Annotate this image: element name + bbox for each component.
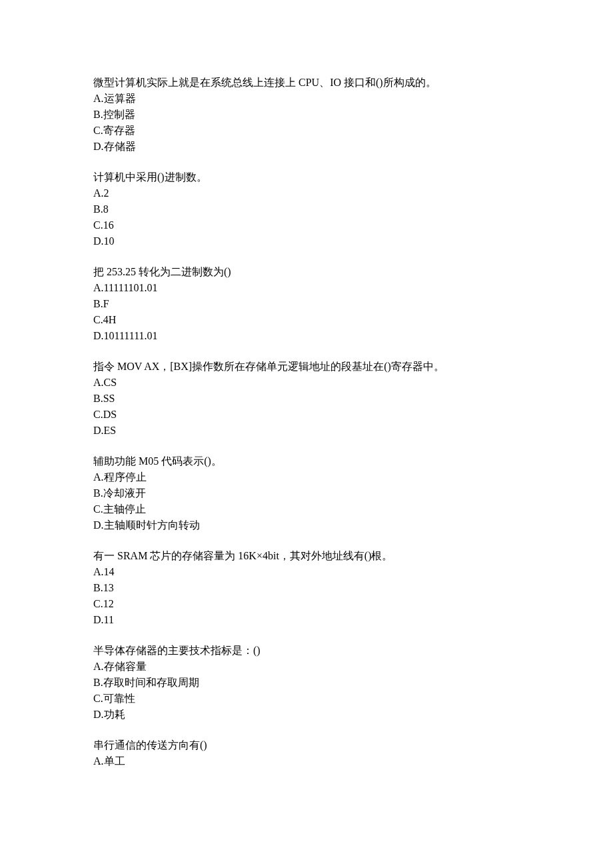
option-a: A.程序停止	[93, 469, 520, 485]
question-block: 辅助功能 M05 代码表示()。 A.程序停止 B.冷却液开 C.主轴停止 D.…	[93, 453, 520, 533]
question-block: 串行通信的传送方向有() A.单工	[93, 737, 520, 769]
option-c: C.寄存器	[93, 123, 520, 139]
question-block: 指令 MOV AX，[BX]操作数所在存储单元逻辑地址的段基址在()寄存器中。 …	[93, 359, 520, 439]
option-a: A.2	[93, 185, 520, 201]
option-b: B.13	[93, 580, 520, 596]
option-b: B.控制器	[93, 107, 520, 123]
option-d: D.10111111.01	[93, 328, 520, 344]
question-text: 串行通信的传送方向有()	[93, 737, 520, 753]
option-c: C.主轴停止	[93, 501, 520, 517]
question-text: 半导体存储器的主要技术指标是：()	[93, 643, 520, 659]
option-b: B.SS	[93, 391, 520, 407]
option-c: C.DS	[93, 407, 520, 423]
question-block: 把 253.25 转化为二进制数为() A.11111101.01 B.F C.…	[93, 264, 520, 344]
option-a: A.11111101.01	[93, 280, 520, 296]
option-d: D.11	[93, 612, 520, 628]
question-text: 微型计算机实际上就是在系统总线上连接上 CPU、IO 接口和()所构成的。	[93, 75, 520, 91]
option-b: B.存取时间和存取周期	[93, 675, 520, 691]
option-a: A.CS	[93, 375, 520, 391]
question-block: 微型计算机实际上就是在系统总线上连接上 CPU、IO 接口和()所构成的。 A.…	[93, 75, 520, 155]
option-a: A.存储容量	[93, 659, 520, 675]
option-c: C.4H	[93, 312, 520, 328]
question-text: 有一 SRAM 芯片的存储容量为 16K×4bit，其对外地址线有()根。	[93, 548, 520, 564]
question-block: 有一 SRAM 芯片的存储容量为 16K×4bit，其对外地址线有()根。 A.…	[93, 548, 520, 628]
option-b: B.F	[93, 296, 520, 312]
option-b: B.冷却液开	[93, 485, 520, 501]
option-a: A.运算器	[93, 91, 520, 107]
option-a: A.单工	[93, 753, 520, 769]
option-d: D.主轴顺时针方向转动	[93, 517, 520, 533]
option-c: C.可靠性	[93, 691, 520, 707]
question-block: 半导体存储器的主要技术指标是：() A.存储容量 B.存取时间和存取周期 C.可…	[93, 643, 520, 723]
question-text: 计算机中采用()进制数。	[93, 169, 520, 185]
question-text: 指令 MOV AX，[BX]操作数所在存储单元逻辑地址的段基址在()寄存器中。	[93, 359, 520, 375]
option-c: C.12	[93, 596, 520, 612]
question-text: 把 253.25 转化为二进制数为()	[93, 264, 520, 280]
option-a: A.14	[93, 564, 520, 580]
option-c: C.16	[93, 217, 520, 233]
document-page: 微型计算机实际上就是在系统总线上连接上 CPU、IO 接口和()所构成的。 A.…	[0, 0, 613, 868]
option-d: D.10	[93, 233, 520, 249]
question-block: 计算机中采用()进制数。 A.2 B.8 C.16 D.10	[93, 169, 520, 249]
option-d: D.存储器	[93, 139, 520, 155]
option-d: D.ES	[93, 423, 520, 439]
option-b: B.8	[93, 201, 520, 217]
question-text: 辅助功能 M05 代码表示()。	[93, 453, 520, 469]
option-d: D.功耗	[93, 707, 520, 723]
